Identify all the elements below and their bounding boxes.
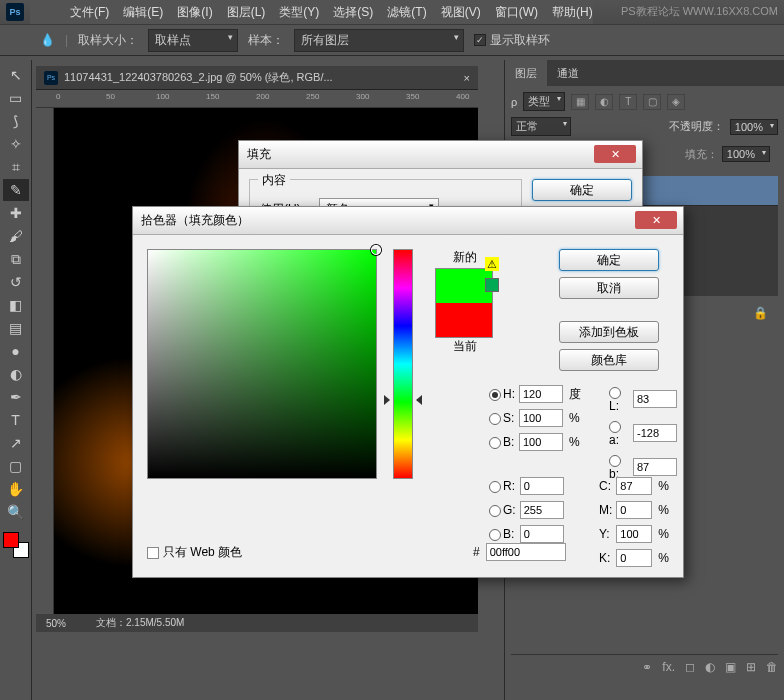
filter-smart-icon[interactable]: ◈ xyxy=(667,94,685,110)
color-library-button[interactable]: 颜色库 xyxy=(559,349,659,371)
blur-tool[interactable]: ● xyxy=(3,340,29,362)
radio-s[interactable] xyxy=(489,413,501,425)
sample-layer-dropdown[interactable]: 所有图层 xyxy=(294,29,464,52)
new-layer-icon[interactable]: ⊞ xyxy=(746,660,756,674)
heal-tool[interactable]: ✚ xyxy=(3,202,29,224)
shape-tool[interactable]: ▢ xyxy=(3,455,29,477)
menu-window[interactable]: 窗口(W) xyxy=(495,4,538,21)
menu-filter[interactable]: 滤镜(T) xyxy=(387,4,426,21)
radio-bb[interactable] xyxy=(489,529,501,541)
k-input[interactable] xyxy=(616,549,652,567)
eyedropper-tool[interactable]: ✎ xyxy=(3,179,29,201)
add-swatch-button[interactable]: 添加到色板 xyxy=(559,321,659,343)
r-input[interactable] xyxy=(520,477,564,495)
close-icon[interactable]: × xyxy=(464,72,470,84)
menu-edit[interactable]: 编辑(E) xyxy=(123,4,163,21)
zoom-level[interactable]: 50% xyxy=(46,618,66,629)
sample-size-dropdown[interactable]: 取样点 xyxy=(148,29,238,52)
web-only-checkbox[interactable]: 只有 Web 颜色 xyxy=(147,544,242,561)
c-input[interactable] xyxy=(616,477,652,495)
fill-dialog-title[interactable]: 填充 ✕ xyxy=(239,141,642,169)
gamut-warning-icon[interactable]: ⚠ xyxy=(485,257,499,271)
close-button[interactable]: ✕ xyxy=(594,145,636,163)
mask-icon[interactable]: ◻ xyxy=(685,660,695,674)
tab-layers[interactable]: 图层 xyxy=(505,60,547,86)
fill-input[interactable]: 100% xyxy=(722,146,770,162)
menu-image[interactable]: 图像(I) xyxy=(177,4,212,21)
show-ring-label: 显示取样环 xyxy=(490,32,550,49)
stamp-tool[interactable]: ⧉ xyxy=(3,248,29,270)
lasso-tool[interactable]: ⟆ xyxy=(3,110,29,132)
crop-tool[interactable]: ⌗ xyxy=(3,156,29,178)
menu-type[interactable]: 类型(Y) xyxy=(279,4,319,21)
gradient-tool[interactable]: ▤ xyxy=(3,317,29,339)
close-button[interactable]: ✕ xyxy=(635,211,677,229)
menu-help[interactable]: 帮助(H) xyxy=(552,4,593,21)
radio-b[interactable] xyxy=(489,437,501,449)
eraser-tool[interactable]: ◧ xyxy=(3,294,29,316)
radio-b2[interactable] xyxy=(609,455,621,467)
hue-strip[interactable] xyxy=(393,249,413,479)
menu-view[interactable]: 视图(V) xyxy=(441,4,481,21)
bb-input[interactable] xyxy=(520,525,564,543)
foreground-swatch[interactable] xyxy=(3,532,19,548)
adjust-icon[interactable]: ◐ xyxy=(705,660,715,674)
link-icon[interactable]: ⚭ xyxy=(642,660,652,674)
filter-adjust-icon[interactable]: ◐ xyxy=(595,94,613,110)
color-swatches[interactable] xyxy=(3,532,29,558)
doc-title: 11074431_122403780263_2.jpg @ 50% (绿色, R… xyxy=(64,70,333,85)
filter-pixel-icon[interactable]: ▦ xyxy=(571,94,589,110)
radio-r[interactable] xyxy=(489,481,501,493)
a-input[interactable] xyxy=(633,424,677,442)
current-color-swatch[interactable] xyxy=(436,303,492,337)
path-tool[interactable]: ↗ xyxy=(3,432,29,454)
dodge-tool[interactable]: ◐ xyxy=(3,363,29,385)
pen-tool[interactable]: ✒ xyxy=(3,386,29,408)
hex-input[interactable] xyxy=(486,543,566,561)
move-tool[interactable]: ↖ xyxy=(3,64,29,86)
sv-cursor[interactable] xyxy=(371,245,381,255)
g-input[interactable] xyxy=(520,501,564,519)
document-tab[interactable]: Ps 11074431_122403780263_2.jpg @ 50% (绿色… xyxy=(36,66,478,90)
radio-g[interactable] xyxy=(489,505,501,517)
ruler-horizontal[interactable]: 0 50 100 150 200 250 300 350 400 xyxy=(36,90,478,108)
history-brush-tool[interactable]: ↺ xyxy=(3,271,29,293)
radio-l[interactable] xyxy=(609,387,621,399)
l-input[interactable] xyxy=(633,390,677,408)
ruler-vertical[interactable] xyxy=(36,108,54,614)
blend-mode-dropdown[interactable]: 正常 xyxy=(511,117,571,136)
type-tool[interactable]: T xyxy=(3,409,29,431)
filter-shape-icon[interactable]: ▢ xyxy=(643,94,661,110)
saturation-value-field[interactable] xyxy=(147,249,377,479)
bv-input[interactable] xyxy=(519,433,563,451)
picker-title-bar[interactable]: 拾色器（填充颜色） ✕ xyxy=(133,207,683,235)
tab-channels[interactable]: 通道 xyxy=(547,60,589,86)
y-input[interactable] xyxy=(616,525,652,543)
folder-icon[interactable]: ▣ xyxy=(725,660,736,674)
m-input[interactable] xyxy=(616,501,652,519)
b-input[interactable] xyxy=(633,458,677,476)
hand-tool[interactable]: ✋ xyxy=(3,478,29,500)
brush-tool[interactable]: 🖌 xyxy=(3,225,29,247)
trash-icon[interactable]: 🗑 xyxy=(766,660,778,674)
content-legend: 内容 xyxy=(258,172,290,189)
show-ring-checkbox[interactable]: ✓ 显示取样环 xyxy=(474,32,550,49)
marquee-tool[interactable]: ▭ xyxy=(3,87,29,109)
picker-ok-button[interactable]: 确定 xyxy=(559,249,659,271)
layer-kind-dropdown[interactable]: 类型 xyxy=(523,92,565,111)
filter-type-icon[interactable]: T xyxy=(619,94,637,110)
wand-tool[interactable]: ✧ xyxy=(3,133,29,155)
menu-layer[interactable]: 图层(L) xyxy=(227,4,266,21)
s-input[interactable] xyxy=(519,409,563,427)
fill-ok-button[interactable]: 确定 xyxy=(532,179,632,201)
opacity-input[interactable]: 100% xyxy=(730,119,778,135)
radio-a[interactable] xyxy=(609,421,621,433)
menu-select[interactable]: 选择(S) xyxy=(333,4,373,21)
radio-h[interactable] xyxy=(489,389,501,401)
zoom-tool[interactable]: 🔍 xyxy=(3,501,29,523)
h-input[interactable] xyxy=(519,385,563,403)
menu-file[interactable]: 文件(F) xyxy=(70,4,109,21)
fx-icon[interactable]: fx. xyxy=(662,660,675,674)
gamut-swatch[interactable] xyxy=(485,278,499,292)
picker-cancel-button[interactable]: 取消 xyxy=(559,277,659,299)
